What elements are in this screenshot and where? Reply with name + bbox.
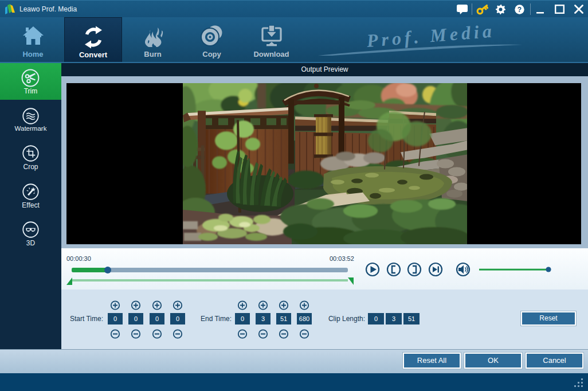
- svg-text:?: ?: [518, 6, 522, 14]
